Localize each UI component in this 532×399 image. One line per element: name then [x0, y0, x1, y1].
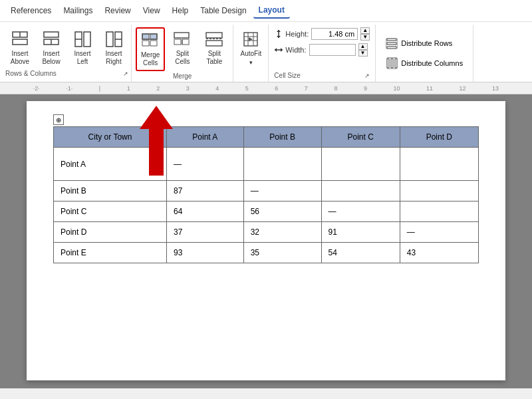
table-move-handle[interactable]: ⊕ [53, 114, 64, 125]
svg-marker-31 [277, 30, 281, 32]
rows-cols-buttons: InsertAbove InsertBelow [3, 25, 131, 68]
table-row: Point E93355443 [54, 243, 479, 263]
table-row: Point C6456— [54, 201, 479, 222]
merge-group: MergeCells SplitCells [132, 25, 233, 82]
cell-r1-c4[interactable] [400, 181, 478, 201]
cell-r4-c1[interactable]: 93 [167, 243, 244, 263]
cell-r3-c4[interactable]: — [400, 222, 478, 243]
height-up-button[interactable]: ▲ [360, 27, 370, 34]
rows-cols-expand-icon[interactable]: ↗ [123, 70, 128, 77]
rows-cols-label: Rows & Columns [5, 70, 57, 77]
menu-review[interactable]: Review [99, 3, 136, 18]
cell-r2-c4[interactable] [400, 201, 478, 222]
menu-layout[interactable]: Layout [253, 3, 290, 19]
svg-rect-23 [206, 41, 222, 46]
distribute-cols-label: Distribute Columns [401, 59, 463, 67]
autofit-icon [241, 30, 260, 49]
svg-rect-13 [150, 34, 157, 39]
height-input[interactable] [311, 28, 358, 40]
insert-right-button[interactable]: InsertRight [99, 27, 128, 68]
distribute-rows-button[interactable]: Distribute Rows [382, 35, 466, 51]
menu-view[interactable]: View [138, 3, 166, 18]
distribute-cols-button[interactable]: Distribute Columns [382, 55, 466, 71]
cell-r4-c2[interactable]: 35 [243, 243, 321, 263]
menu-references[interactable]: References [5, 3, 57, 18]
cell-r0-c1[interactable]: — [167, 148, 244, 181]
cell-size-expand-icon[interactable]: ↗ [364, 72, 370, 79]
svg-rect-38 [387, 47, 396, 49]
ribbon: References Mailings Review View Help Tab… [0, 0, 532, 82]
menu-mailings[interactable]: Mailings [58, 3, 98, 18]
svg-rect-43 [395, 59, 397, 68]
cell-r1-c1[interactable]: 87 [167, 181, 244, 201]
cell-r3-c3[interactable]: 91 [321, 222, 400, 243]
menu-table-design[interactable]: Table Design [195, 3, 251, 18]
ruler: ·2· ·1· | 1 2 3 4 5 6 7 8 9 10 11 12 13 [0, 82, 532, 94]
svg-marker-34 [275, 48, 277, 52]
split-cells-button[interactable]: SplitCells [168, 27, 197, 68]
split-table-icon [205, 30, 223, 49]
toolbar: InsertAbove InsertBelow [0, 22, 532, 82]
split-cells-icon [173, 30, 192, 49]
insert-below-button[interactable]: InsertBelow [37, 27, 66, 68]
cell-r0-c0[interactable]: Point A [54, 148, 167, 181]
autofit-group: AutoFit ▾ [233, 25, 269, 82]
menu-help[interactable]: Help [167, 3, 194, 18]
cell-r1-c2[interactable]: — [243, 181, 321, 201]
svg-marker-35 [281, 48, 283, 52]
merge-label-row: Merge [132, 71, 233, 82]
cell-r2-c0[interactable]: Point C [54, 201, 167, 222]
merge-cells-button[interactable]: MergeCells [136, 27, 165, 71]
autofit-button[interactable]: AutoFit ▾ [236, 27, 265, 68]
cell-r4-c3[interactable]: 54 [321, 243, 400, 263]
data-table: City or Town Point A Point B Point C Poi… [53, 126, 479, 263]
width-icon [274, 45, 283, 55]
width-input[interactable] [309, 44, 356, 56]
cell-r3-c2[interactable]: 32 [243, 222, 321, 243]
distribute-rows-label: Distribute Rows [401, 39, 452, 47]
cell-size-label: Cell Size [274, 72, 300, 79]
insert-left-button[interactable]: InsertLeft [68, 27, 97, 68]
height-icon [274, 29, 283, 39]
menu-bar: References Mailings Review View Help Tab… [0, 0, 532, 22]
svg-rect-17 [174, 33, 189, 38]
cell-r1-c0[interactable]: Point B [54, 181, 167, 201]
insert-above-button[interactable]: InsertAbove [5, 27, 35, 68]
cell-r4-c0[interactable]: Point E [54, 243, 167, 263]
svg-rect-42 [391, 59, 393, 68]
rows-cols-group: InsertAbove InsertBelow [3, 25, 132, 82]
header-point-b: Point B [243, 127, 321, 148]
table-row: Point D373291— [54, 222, 479, 243]
cell-r2-c2[interactable]: 56 [243, 201, 321, 222]
cell-r3-c1[interactable]: 37 [167, 222, 244, 243]
table-handle-container: ⊕ [53, 114, 479, 125]
cell-r3-c0[interactable]: Point D [54, 222, 167, 243]
distribute-group: Distribute Rows Distribute Columns [376, 25, 473, 82]
header-city: City or Town [54, 127, 167, 148]
height-spinner: ▲ ▼ [360, 27, 370, 41]
ruler-content: ·2· ·1· | 1 2 3 4 5 6 7 8 9 10 11 12 13 [0, 85, 532, 92]
cell-r2-c1[interactable]: 64 [167, 201, 244, 222]
svg-rect-12 [142, 34, 149, 39]
height-down-button[interactable]: ▼ [360, 34, 370, 41]
width-down-button[interactable]: ▼ [358, 50, 368, 57]
header-point-a: Point A [167, 127, 244, 148]
cell-r1-c3[interactable] [321, 181, 400, 201]
cell-r0-c3[interactable] [321, 148, 400, 181]
merge-label: Merge [173, 72, 192, 80]
svg-rect-37 [387, 43, 396, 45]
cell-r2-c3[interactable]: — [321, 201, 400, 222]
cell-r0-c2[interactable] [243, 148, 321, 181]
distribute-rows-icon [386, 37, 398, 49]
table-row: Point B87— [54, 181, 479, 201]
table-row: Point A— [54, 148, 479, 181]
svg-rect-16 [150, 41, 157, 46]
width-up-button[interactable]: ▲ [358, 43, 368, 50]
width-spinner: ▲ ▼ [358, 43, 368, 57]
cell-r0-c4[interactable] [400, 148, 478, 181]
header-point-d: Point D [400, 127, 478, 148]
cell-r4-c4[interactable]: 43 [400, 243, 478, 263]
split-table-button[interactable]: SplitTable [200, 27, 229, 68]
cell-size-label-row: Cell Size ↗ [274, 72, 370, 79]
distribute-cols-icon [386, 57, 398, 69]
